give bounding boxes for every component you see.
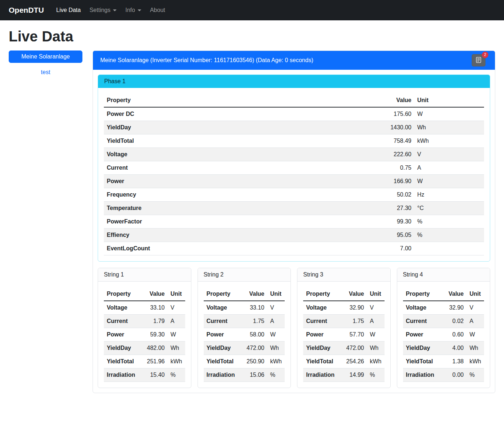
table-row: Current 0.75 A [104,161,484,175]
property-unit: Wh [467,342,484,355]
property-unit: Wh [367,342,385,355]
column-value: Value [244,287,267,301]
property-value: 15.40 [144,368,168,382]
table-row: Current 0.02 A [403,315,484,328]
property-unit: kWh [267,355,285,368]
inverter-header-text: Meine Solaranlage (Inverter Serial Numbe… [100,57,313,64]
property-unit: kWh [414,134,484,148]
table-row: YieldTotal 1.38 kWh [403,355,484,368]
property-value: 1430.00 [374,121,414,134]
string-card-4: String 4 Property Value Unit [397,268,491,388]
table-row: Voltage 33.10 V [204,301,285,315]
property-value: 32.90 [443,301,467,315]
table-row: Power DC 175.60 W [104,107,484,121]
table-row: YieldDay 472.00 Wh [204,342,285,355]
table-row: YieldTotal 758.49 kWh [104,134,484,148]
property-value: 254.26 [344,355,367,368]
property-unit: A [168,315,185,328]
property-name: EventLogCount [104,242,374,255]
property-value: 472.00 [344,342,367,355]
property-unit: % [414,229,484,242]
property-name: Voltage [403,301,444,315]
string-table: Property Value Unit Voltage [403,287,484,382]
string-table: Property Value Unit Voltage [303,287,385,382]
property-unit: W [467,328,484,342]
property-value: 0.60 [443,328,467,342]
table-row: YieldTotal 251.96 kWh [104,355,185,368]
inverter-select-button[interactable]: Meine Solaranlage [9,51,82,63]
table-row: YieldDay 1430.00 Wh [104,121,484,134]
column-property: Property [204,287,244,301]
property-unit: A [467,315,484,328]
nav-item-info-label: Info [125,7,135,13]
property-name: Power [104,175,374,188]
string-card-title: String 4 [397,268,490,282]
column-value: Value [374,94,414,107]
string-table-body: Voltage 32.90 V Current 0.02 [403,301,484,382]
property-value: 1.75 [244,315,267,328]
property-unit: Hz [414,188,484,202]
property-value: 99.30 [374,215,414,229]
property-unit: kWh [467,355,484,368]
property-unit: % [168,368,185,382]
chevron-down-icon [113,9,117,11]
property-name: PowerFactor [104,215,374,229]
column-value: Value [144,287,168,301]
property-unit: % [467,368,484,382]
property-unit: kWh [367,355,385,368]
property-unit: °C [414,202,484,215]
property-value: 57.70 [344,328,367,342]
nav-item-info[interactable]: Info [122,4,144,16]
table-header-row: Property Value Unit [303,287,385,301]
table-row: Voltage 222.60 V [104,148,484,161]
property-value: 33.10 [244,301,267,315]
property-value: 758.49 [374,134,414,148]
property-unit: % [414,215,484,229]
property-value: 472.00 [244,342,267,355]
brand-logo[interactable]: OpenDTU [9,6,44,15]
table-row: Effiency 95.05 % [104,229,484,242]
property-unit: V [168,301,185,315]
table-row: Power 166.90 W [104,175,484,188]
property-unit: W [168,328,185,342]
nav-item-live-data[interactable]: Live Data [53,4,84,16]
table-row: Current 1.75 A [303,315,385,328]
eventlog-button[interactable]: 2 [472,54,485,66]
property-unit: A [267,315,285,328]
string-table-body: Voltage 32.90 V Current 1.75 [303,301,385,382]
table-header-row: Property Value Unit [104,94,484,107]
table-row: Frequency 50.02 Hz [104,188,484,202]
property-name: Current [204,315,244,328]
property-name: Current [303,315,344,328]
property-value: 175.60 [374,107,414,121]
table-header-row: Property Value Unit [403,287,484,301]
table-row: Power 0.60 W [403,328,484,342]
phase-card-title: Phase 1 [98,75,490,88]
nav-item-about[interactable]: About [147,4,168,16]
property-name: Temperature [104,202,374,215]
property-unit: Wh [267,342,285,355]
column-unit: Unit [168,287,185,301]
chevron-down-icon [138,9,141,11]
nav-item-settings[interactable]: Settings [86,4,119,16]
string-card-2: String 2 Property Value Unit [198,268,291,388]
table-header-row: Property Value Unit [204,287,285,301]
table-row: PowerFactor 99.30 % [104,215,484,229]
property-value: 32.90 [344,301,367,315]
property-name: Voltage [303,301,344,315]
property-name: YieldTotal [104,134,374,148]
sidebar-item-test[interactable]: test [9,69,82,76]
column-property: Property [403,287,444,301]
property-unit: V [414,148,484,161]
inverter-card-header: Meine Solaranlage (Inverter Serial Numbe… [93,51,495,70]
property-value: 15.06 [244,368,267,382]
string-table: Property Value Unit Voltage [204,287,285,382]
table-row: Power 59.30 W [104,328,185,342]
property-name: Irradiation [204,368,244,382]
phase-table-head: Property Value Unit [104,94,484,107]
property-value: 27.30 [374,202,414,215]
navbar: OpenDTU Live Data Settings Info About [0,0,504,20]
journal-icon [475,57,482,64]
property-value: 33.10 [144,301,168,315]
property-name: YieldDay [303,342,344,355]
